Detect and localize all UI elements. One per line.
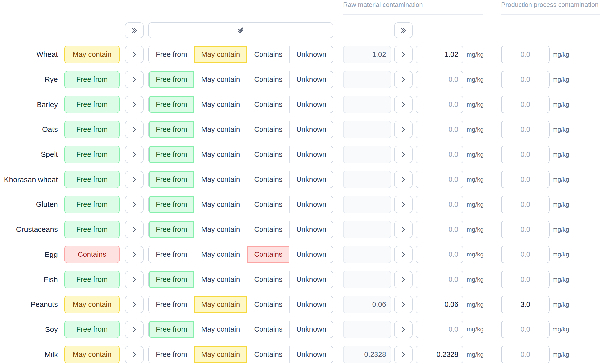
status-option-unknown[interactable]: Unknown — [289, 196, 333, 213]
raw-contamination-input[interactable] — [416, 71, 463, 88]
raw-contamination-source-input[interactable] — [343, 246, 391, 263]
status-option-free-from[interactable]: Free from — [149, 321, 194, 338]
status-option-unknown[interactable]: Unknown — [289, 346, 333, 363]
raw-contamination-input[interactable] — [416, 146, 463, 163]
raw-contamination-input[interactable] — [416, 346, 463, 363]
production-contamination-input[interactable] — [501, 171, 550, 188]
production-contamination-input[interactable] — [501, 196, 550, 213]
raw-contamination-source-input[interactable] — [343, 146, 391, 163]
copy-status-button[interactable] — [125, 296, 144, 313]
status-option-contains[interactable]: Contains — [247, 221, 289, 238]
status-option-unknown[interactable]: Unknown — [289, 296, 333, 313]
raw-contamination-input[interactable] — [416, 296, 463, 313]
production-contamination-input[interactable] — [501, 271, 550, 288]
copy-status-button[interactable] — [125, 346, 144, 363]
status-option-may-contain[interactable]: May contain — [194, 96, 247, 113]
status-option-unknown[interactable]: Unknown — [289, 121, 333, 138]
status-option-contains[interactable]: Contains — [247, 146, 289, 163]
raw-contamination-input[interactable] — [416, 96, 463, 113]
copy-status-button[interactable] — [125, 321, 144, 338]
copy-raw-value-button[interactable] — [394, 346, 412, 363]
copy-raw-value-button[interactable] — [394, 321, 412, 338]
copy-raw-value-button[interactable] — [394, 271, 412, 288]
status-option-free-from[interactable]: Free from — [149, 146, 194, 163]
raw-contamination-source-input[interactable] — [343, 96, 391, 113]
copy-status-button[interactable] — [125, 271, 144, 288]
copy-status-button[interactable] — [125, 96, 144, 113]
status-option-may-contain[interactable]: May contain — [194, 221, 247, 238]
copy-raw-value-button[interactable] — [394, 96, 412, 113]
status-option-may-contain[interactable]: May contain — [194, 196, 247, 213]
copy-status-button[interactable] — [125, 246, 144, 263]
raw-contamination-input[interactable] — [416, 196, 463, 213]
production-contamination-input[interactable] — [501, 296, 550, 313]
status-option-free-from[interactable]: Free from — [149, 221, 194, 238]
status-option-may-contain[interactable]: May contain — [194, 346, 247, 363]
status-option-contains[interactable]: Contains — [247, 71, 289, 88]
production-contamination-input[interactable] — [501, 321, 550, 338]
status-option-free-from[interactable]: Free from — [149, 71, 194, 88]
status-option-unknown[interactable]: Unknown — [289, 221, 333, 238]
raw-contamination-source-input[interactable] — [343, 71, 391, 88]
copy-status-button[interactable] — [125, 46, 144, 63]
copy-status-button[interactable] — [125, 196, 144, 213]
status-option-contains[interactable]: Contains — [247, 96, 289, 113]
status-option-unknown[interactable]: Unknown — [289, 246, 333, 263]
status-option-may-contain[interactable]: May contain — [194, 246, 247, 263]
status-option-free-from[interactable]: Free from — [149, 171, 194, 188]
status-option-contains[interactable]: Contains — [247, 271, 289, 288]
status-option-unknown[interactable]: Unknown — [289, 271, 333, 288]
raw-contamination-input[interactable] — [416, 221, 463, 238]
raw-contamination-source-input[interactable] — [343, 321, 391, 338]
status-option-unknown[interactable]: Unknown — [289, 171, 333, 188]
status-option-contains[interactable]: Contains — [247, 121, 289, 138]
copy-status-to-all-button[interactable] — [125, 22, 144, 38]
status-option-unknown[interactable]: Unknown — [289, 96, 333, 113]
status-option-contains[interactable]: Contains — [247, 196, 289, 213]
status-option-contains[interactable]: Contains — [247, 321, 289, 338]
status-option-contains[interactable]: Contains — [247, 246, 289, 263]
status-option-may-contain[interactable]: May contain — [194, 271, 247, 288]
raw-contamination-input[interactable] — [416, 46, 463, 63]
status-option-free-from[interactable]: Free from — [149, 246, 194, 263]
production-contamination-input[interactable] — [501, 221, 550, 238]
production-contamination-input[interactable] — [501, 121, 550, 138]
status-option-free-from[interactable]: Free from — [149, 196, 194, 213]
copy-raw-value-button[interactable] — [394, 46, 412, 63]
copy-status-button[interactable] — [125, 146, 144, 163]
copy-raw-value-button[interactable] — [394, 121, 412, 138]
status-option-free-from[interactable]: Free from — [149, 46, 194, 63]
status-option-unknown[interactable]: Unknown — [289, 71, 333, 88]
status-option-free-from[interactable]: Free from — [149, 271, 194, 288]
status-option-free-from[interactable]: Free from — [149, 296, 194, 313]
status-option-may-contain[interactable]: May contain — [194, 121, 247, 138]
status-option-contains[interactable]: Contains — [247, 296, 289, 313]
status-option-may-contain[interactable]: May contain — [194, 296, 247, 313]
production-contamination-input[interactable] — [501, 96, 550, 113]
copy-status-button[interactable] — [125, 221, 144, 238]
raw-contamination-input[interactable] — [416, 246, 463, 263]
raw-contamination-input[interactable] — [416, 121, 463, 138]
status-option-may-contain[interactable]: May contain — [194, 321, 247, 338]
status-option-free-from[interactable]: Free from — [149, 96, 194, 113]
status-option-may-contain[interactable]: May contain — [194, 146, 247, 163]
production-contamination-input[interactable] — [501, 346, 550, 363]
raw-contamination-source-input[interactable] — [343, 346, 391, 363]
status-option-free-from[interactable]: Free from — [149, 121, 194, 138]
copy-raw-value-button[interactable] — [394, 221, 412, 238]
status-option-may-contain[interactable]: May contain — [194, 71, 247, 88]
status-option-unknown[interactable]: Unknown — [289, 146, 333, 163]
copy-raw-value-button[interactable] — [394, 246, 412, 263]
status-option-free-from[interactable]: Free from — [149, 346, 194, 363]
copy-status-button[interactable] — [125, 121, 144, 138]
raw-contamination-input[interactable] — [416, 171, 463, 188]
raw-contamination-source-input[interactable] — [343, 271, 391, 288]
apply-status-to-all-button[interactable] — [148, 22, 333, 38]
raw-contamination-source-input[interactable] — [343, 196, 391, 213]
status-option-may-contain[interactable]: May contain — [194, 46, 247, 63]
raw-contamination-input[interactable] — [416, 321, 463, 338]
status-option-unknown[interactable]: Unknown — [289, 321, 333, 338]
status-option-contains[interactable]: Contains — [247, 171, 289, 188]
status-option-may-contain[interactable]: May contain — [194, 171, 247, 188]
status-option-contains[interactable]: Contains — [247, 46, 289, 63]
